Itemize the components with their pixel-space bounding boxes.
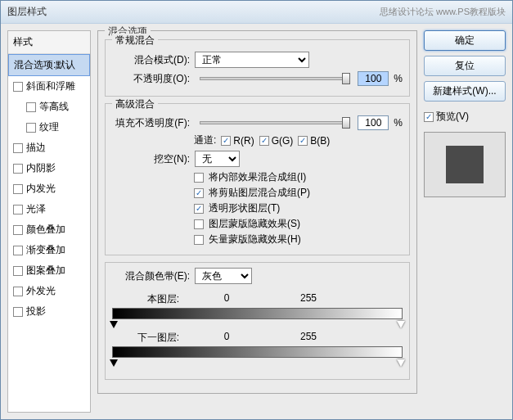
this-layer-white: 255 <box>268 292 349 306</box>
blend-if-group: 混合颜色带(E): 灰色 本图层: 0 255 <box>105 262 410 380</box>
advanced-checks: 将内部效果混合成组(I)将剪贴图层混合成组(P)透明形状图层(T)图层蒙版隐藏效… <box>112 170 403 246</box>
preview-swatch <box>424 132 506 197</box>
under-layer-label: 下一图层: <box>112 331 186 345</box>
channel-r-label: R(R) <box>233 135 254 147</box>
style-item-9[interactable]: 渐变叠加 <box>8 240 90 260</box>
advanced-blend-group: 高级混合 填充不透明度(F): % 通道: R(R) G(G) B(B) <box>105 103 410 255</box>
style-item-label: 内发光 <box>26 182 56 196</box>
style-item-label: 纹理 <box>39 120 59 134</box>
titlebar: 图层样式 思绪设计论坛 www.PS教程版块 <box>1 1 512 24</box>
style-item-label: 图案叠加 <box>26 264 65 278</box>
style-checkbox[interactable] <box>13 246 23 255</box>
under-layer-white: 255 <box>268 331 349 345</box>
new-style-button[interactable]: 新建样式(W)... <box>424 81 506 102</box>
fill-opacity-thumb[interactable] <box>342 117 350 129</box>
style-item-label: 描边 <box>26 141 46 155</box>
adv-check-label: 将剪贴图层混合成组(P) <box>209 186 310 200</box>
style-item-label: 颜色叠加 <box>26 223 65 237</box>
ok-button[interactable]: 确定 <box>424 30 506 51</box>
adv-check-1[interactable] <box>194 188 204 198</box>
adv-check-label: 图层蒙版隐藏效果(S) <box>209 217 300 231</box>
style-item-label: 渐变叠加 <box>26 243 65 257</box>
this-white-handle[interactable] <box>397 321 405 328</box>
style-item-8[interactable]: 颜色叠加 <box>8 219 90 240</box>
style-item-7[interactable]: 光泽 <box>8 199 90 219</box>
fill-opacity-input[interactable] <box>358 115 389 130</box>
channel-b-checkbox[interactable] <box>298 136 308 146</box>
preview-checkbox[interactable] <box>424 112 434 122</box>
this-layer-label: 本图层: <box>112 292 186 306</box>
window-title: 图层样式 <box>7 5 47 19</box>
opacity-input[interactable] <box>358 71 389 86</box>
style-item-6[interactable]: 内发光 <box>8 178 90 199</box>
style-checkbox[interactable] <box>13 143 23 153</box>
style-checkbox[interactable] <box>26 123 36 133</box>
style-item-label: 等高线 <box>39 100 69 114</box>
fill-opacity-unit: % <box>394 117 403 129</box>
style-item-label: 光泽 <box>26 202 46 216</box>
blend-options-group: 混合选项 常规混合 混合模式(D): 正常 不透明度(O): % <box>97 30 417 394</box>
dialog-content: 样式 混合选项:默认斜面和浮雕等高线纹理描边内阴影内发光光泽颜色叠加渐变叠加图案… <box>1 24 512 419</box>
adv-check-0[interactable] <box>194 173 204 183</box>
adv-check-4[interactable] <box>194 235 204 245</box>
style-checkbox[interactable] <box>13 287 23 296</box>
general-blend-legend: 常规混合 <box>112 34 158 47</box>
layer-style-dialog: 图层样式 思绪设计论坛 www.PS教程版块 样式 混合选项:默认斜面和浮雕等高… <box>0 0 513 420</box>
buttons-panel: 确定 复位 新建样式(W)... 预览(V) <box>424 30 506 413</box>
preview-label: 预览(V) <box>436 110 469 124</box>
options-panel: 混合选项 常规混合 混合模式(D): 正常 不透明度(O): % <box>97 30 417 413</box>
blend-mode-label: 混合模式(D): <box>112 53 190 67</box>
style-item-label: 投影 <box>26 305 46 318</box>
adv-check-3[interactable] <box>194 219 204 229</box>
opacity-thumb[interactable] <box>342 73 350 84</box>
adv-check-2[interactable] <box>194 204 204 214</box>
style-item-label: 内阴影 <box>26 161 56 175</box>
reset-button[interactable]: 复位 <box>424 56 506 76</box>
style-item-10[interactable]: 图案叠加 <box>8 260 90 281</box>
fill-opacity-label: 填充不透明度(F): <box>112 116 190 130</box>
style-item-4[interactable]: 描边 <box>8 138 90 158</box>
blend-if-label: 混合颜色带(E): <box>112 269 190 283</box>
style-checkbox[interactable] <box>13 184 23 194</box>
channel-g-label: G(G) <box>272 135 294 147</box>
style-item-12[interactable]: 投影 <box>8 301 90 322</box>
preview-inner <box>446 146 484 183</box>
general-blend-group: 常规混合 混合模式(D): 正常 不透明度(O): % <box>105 39 410 97</box>
opacity-label: 不透明度(O): <box>112 72 190 86</box>
channel-b-label: B(B) <box>310 135 330 147</box>
under-layer-slider[interactable] <box>112 346 403 358</box>
advanced-blend-legend: 高级混合 <box>112 97 158 111</box>
blend-mode-select[interactable]: 正常 <box>195 52 309 68</box>
under-layer-black: 0 <box>186 331 268 345</box>
style-item-5[interactable]: 内阴影 <box>8 158 90 178</box>
style-checkbox[interactable] <box>13 307 23 317</box>
knockout-select[interactable]: 无 <box>195 151 240 167</box>
style-item-label: 斜面和浮雕 <box>26 79 75 93</box>
style-checkbox[interactable] <box>13 225 23 235</box>
under-white-handle[interactable] <box>397 359 405 367</box>
this-layer-slider[interactable] <box>112 308 403 319</box>
style-checkbox[interactable] <box>13 266 23 276</box>
styles-list: 混合选项:默认斜面和浮雕等高线纹理描边内阴影内发光光泽颜色叠加渐变叠加图案叠加外… <box>8 54 90 412</box>
style-checkbox[interactable] <box>13 82 23 92</box>
style-item-3[interactable]: 纹理 <box>8 117 90 138</box>
styles-list-panel: 样式 混合选项:默认斜面和浮雕等高线纹理描边内阴影内发光光泽颜色叠加渐变叠加图案… <box>7 30 91 413</box>
style-checkbox[interactable] <box>13 164 23 174</box>
fill-opacity-slider[interactable] <box>200 121 348 124</box>
channel-r-checkbox[interactable] <box>221 136 231 146</box>
channel-g-checkbox[interactable] <box>259 136 269 146</box>
this-layer-black: 0 <box>186 292 268 306</box>
adv-check-label: 矢量蒙版隐藏效果(H) <box>209 233 301 246</box>
opacity-slider[interactable] <box>200 77 348 80</box>
style-checkbox[interactable] <box>26 102 36 112</box>
style-item-2[interactable]: 等高线 <box>8 97 90 117</box>
style-item-label: 外发光 <box>26 284 56 298</box>
this-black-handle[interactable] <box>110 321 118 328</box>
style-item-11[interactable]: 外发光 <box>8 281 90 301</box>
style-item-0[interactable]: 混合选项:默认 <box>8 54 90 76</box>
under-black-handle[interactable] <box>110 359 118 367</box>
style-item-label: 混合选项:默认 <box>14 58 75 72</box>
blend-if-select[interactable]: 灰色 <box>195 268 252 284</box>
style-item-1[interactable]: 斜面和浮雕 <box>8 76 90 97</box>
style-checkbox[interactable] <box>13 205 23 215</box>
